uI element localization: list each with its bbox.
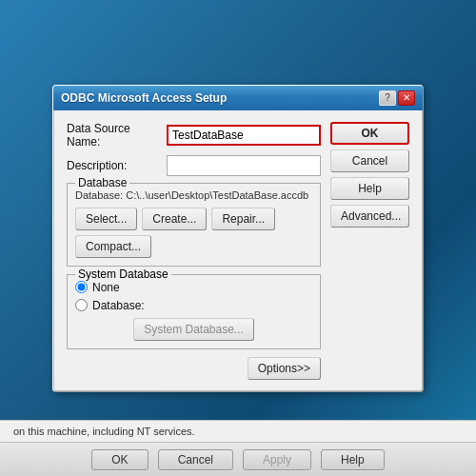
description-row: Description: (67, 155, 321, 176)
ok-button[interactable]: OK (330, 122, 409, 145)
database-path-value: C:\..\user\Desktop\TestDataBase.accdb (126, 189, 308, 201)
dialog-title: ODBC Microsoft Access Setup (61, 91, 227, 105)
info-text: on this machine, including NT services. (13, 426, 195, 437)
help-titlebar-button[interactable]: ? (379, 90, 396, 106)
system-database-button[interactable]: System Database... (133, 318, 254, 341)
side-buttons: OK Cancel Help Advanced... (330, 122, 409, 380)
outer-ok-button[interactable]: OK (91, 449, 148, 470)
select-button[interactable]: Select... (75, 208, 137, 230)
database-buttons: Select... Create... Repair... Compact... (75, 208, 312, 258)
system-database-group: System Database None Database: System Da… (67, 274, 321, 349)
radio-database-row: Database: (75, 299, 312, 312)
datasource-label: Data Source Name: (67, 122, 167, 149)
odbc-setup-dialog: ODBC Microsoft Access Setup ? ✕ Data Sou… (52, 85, 424, 392)
cancel-button[interactable]: Cancel (330, 149, 409, 172)
radio-database-label: Database: (92, 299, 145, 312)
outer-help-button[interactable]: Help (321, 449, 385, 470)
compact-button[interactable]: Compact... (75, 235, 151, 258)
datasource-row: Data Source Name: (67, 122, 321, 149)
titlebar-controls: ? ✕ (379, 90, 415, 106)
radio-none[interactable] (75, 281, 88, 293)
create-button[interactable]: Create... (142, 208, 207, 230)
database-path: Database: C:\..\user\Desktop\TestDataBas… (75, 189, 312, 201)
radio-none-row: None (75, 281, 312, 294)
radio-database[interactable] (75, 299, 88, 311)
database-group: Database Database: C:\..\user\Desktop\Te… (67, 183, 321, 267)
dialog-main-content: Data Source Name: Description: Database … (67, 122, 321, 380)
database-path-label: Database: (75, 189, 123, 201)
dialog-container: ODBC Microsoft Access Setup ? ✕ Data Sou… (52, 85, 424, 392)
database-group-label: Database (75, 176, 129, 189)
advanced-button[interactable]: Advanced... (330, 205, 409, 228)
dialog-body: Data Source Name: Description: Database … (53, 110, 423, 391)
system-database-btn-container: System Database... (75, 318, 312, 341)
description-label: Description: (67, 159, 167, 172)
outer-apply-button[interactable]: Apply (243, 449, 311, 470)
help-button[interactable]: Help (330, 177, 409, 200)
description-input[interactable] (167, 155, 321, 176)
datasource-input[interactable] (167, 125, 321, 146)
outer-cancel-button[interactable]: Cancel (158, 449, 233, 470)
options-button[interactable]: Options>> (248, 357, 321, 380)
dialog-titlebar: ODBC Microsoft Access Setup ? ✕ (53, 86, 423, 110)
close-titlebar-button[interactable]: ✕ (398, 90, 415, 106)
system-database-group-label: System Database (75, 268, 171, 281)
radio-none-label: None (92, 281, 120, 294)
options-btn-row: Options>> (67, 357, 321, 380)
repair-button[interactable]: Repair... (211, 208, 275, 230)
